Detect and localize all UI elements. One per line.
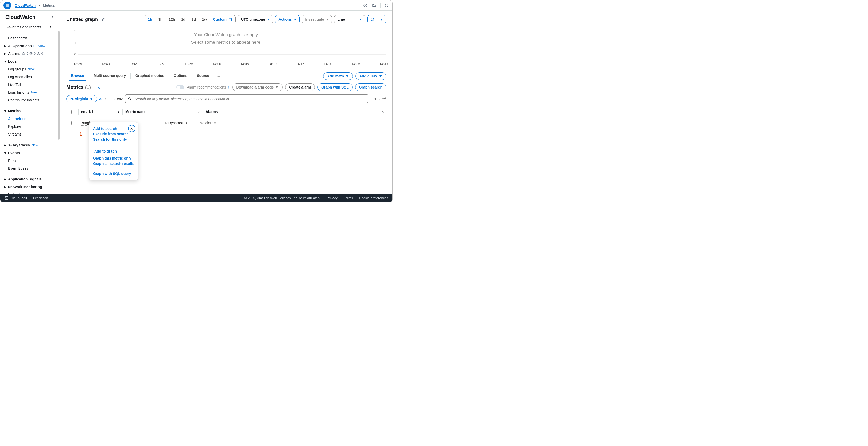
row-checkbox[interactable] [71,121,75,125]
info-icon[interactable] [363,3,368,8]
timerange-3h[interactable]: 3h [155,15,165,23]
metrics-title: Metrics (1) [66,84,91,90]
graph-with-sql-button[interactable]: Graph with SQL [317,83,352,91]
popover-graph-sql[interactable]: Graph with SQL query [93,171,134,176]
create-alarm-button[interactable]: Create alarm [285,83,315,91]
refresh-dropdown[interactable]: ▼ [377,15,386,23]
caret-down-icon: ▾ [4,151,8,155]
sidebar-item-xray[interactable]: ▸ X-Ray traces New [0,141,60,149]
filter-crumb-all[interactable]: All [99,97,103,101]
sidebar-item-streams[interactable]: Streams [0,130,60,138]
sidebar-item-explorer[interactable]: Explorer [0,123,60,130]
filter-icon[interactable]: ▽ [197,110,200,113]
alarm-rec-toggle[interactable] [177,85,184,89]
edit-icon[interactable] [101,17,106,22]
sidebar-item-metrics[interactable]: ▾ Metrics [0,107,60,115]
sidebar-item-network-monitoring[interactable]: ▸ Network Monitoring [0,183,60,191]
cloudshell-button[interactable]: CloudShell [4,196,27,200]
folder-icon[interactable] [371,3,377,8]
xtick: 14:10 [268,62,277,66]
popover-graph-this[interactable]: Graph this metric only [93,156,134,161]
new-badge: New [32,143,38,147]
info-link[interactable]: Info [95,85,100,89]
footer-cookie[interactable]: Cookie preferences [359,196,388,200]
hamburger-menu[interactable] [3,2,11,9]
alarms-value: No alarms [200,121,216,125]
timezone-select[interactable]: UTC timezone▼ [238,15,273,24]
timerange-3d[interactable]: 3d [189,15,199,23]
footer-privacy[interactable]: Privacy [327,196,338,200]
collapse-sidebar-icon[interactable] [51,15,55,20]
sidebar-item-ai-operations[interactable]: ▸ AI Operations Preview [0,42,60,50]
sidebar-item-logs-insights[interactable]: Logs InsightsNew [0,89,60,96]
breadcrumb-root[interactable]: CloudWatch [15,3,36,8]
th-menu[interactable]: ▽ [377,110,385,114]
sidebar-item-insights[interactable]: ▸ Insights [0,191,60,194]
footer-terms[interactable]: Terms [344,196,353,200]
popover-add-to-graph[interactable]: Add to graph [93,148,118,155]
sidebar-scrollbar[interactable] [58,10,60,183]
sidebar-item-all-metrics[interactable]: All metrics [0,115,60,123]
tab-graphed[interactable]: Graphed metrics [131,71,169,81]
sidebar-item-logs[interactable]: ▾ Logs [0,58,60,65]
drag-handle-icon[interactable]: ═ [218,74,220,78]
sidebar-item-application-signals[interactable]: ▸ Application Signals [0,175,60,183]
charttype-select[interactable]: Line▼ [334,15,365,24]
popover-exclude[interactable]: Exclude from search [93,132,134,136]
caret-down-icon: ▼ [90,97,93,101]
sidebar-item-contributor-insights[interactable]: Contributor Insights [0,96,60,104]
calendar-icon [228,17,232,22]
metric-name-link[interactable]: tToDynamoDB [163,121,187,125]
add-math-button[interactable]: Add math▼ [323,72,352,80]
sidebar-item-live-tail[interactable]: Live Tail [0,81,60,89]
region-select[interactable]: N. Virginia▼ [66,95,97,102]
caret-right-icon: ▸ [4,143,8,147]
add-query-button[interactable]: Add query▼ [355,72,386,80]
graph-search-button[interactable]: Graph search [355,83,386,91]
search-box[interactable] [125,94,368,103]
refresh-button[interactable] [368,15,377,23]
page-next[interactable]: › [379,97,380,101]
popover-search-only[interactable]: Search for this only [93,137,134,142]
pager: ‹ 1 › [370,97,380,101]
timerange-custom[interactable]: Custom [210,15,235,23]
tab-options[interactable]: Options [169,71,192,81]
th-alarms[interactable]: Alarms [206,110,377,114]
settings-icon[interactable] [382,97,386,101]
tab-source[interactable]: Source [192,71,214,81]
popover-graph-all[interactable]: Graph all search results [93,161,134,166]
select-all-checkbox[interactable] [71,110,75,114]
sidebar-item-alarms[interactable]: ▸ Alarms 0 0 0 [0,50,60,58]
tab-browse[interactable]: Browse [66,71,89,81]
refresh-icon [370,17,374,22]
filter-crumb-ellipsis[interactable]: ... [108,97,112,101]
gridline [78,55,386,55]
sidebar-item-event-buses[interactable]: Event Buses [0,164,60,172]
feedback-link[interactable]: Feedback [33,196,48,200]
search-input[interactable] [134,97,365,101]
timerange-1w[interactable]: 1w [199,15,210,23]
actions-button[interactable]: Actions▼ [275,15,300,24]
svg-point-1 [30,53,32,55]
timerange-1d[interactable]: 1d [178,15,188,23]
sync-icon[interactable] [384,3,389,8]
tab-multi-source[interactable]: Multi source query [89,71,130,81]
sidebar-item-rules[interactable]: Rules [0,157,60,164]
sidebar-favorites[interactable]: Favorites and recents [0,23,60,32]
sidebar-item-log-anomalies[interactable]: Log Anomalies [0,73,60,81]
popover-close-button[interactable] [128,125,135,132]
investigate-button[interactable]: Investigate▼ [302,15,332,24]
sidebar-item-log-groups[interactable]: Log groupsNew [0,65,60,73]
sidebar-item-dashboards[interactable]: Dashboards [0,34,60,42]
th-env[interactable]: env 1/1 ▲ [81,110,122,114]
tabs-row: Browse Multi source query Graphed metric… [66,71,386,81]
preview-badge: Preview [33,44,45,48]
timerange-12h[interactable]: 12h [165,15,178,23]
timerange-1h[interactable]: 1h [145,15,155,23]
refresh-split-button: ▼ [367,15,386,24]
th-metric[interactable]: Metric name ▽ [125,110,203,114]
download-alarm-code-button[interactable]: Download alarm code▼ [232,83,283,91]
sidebar-item-events[interactable]: ▾ Events [0,149,60,157]
page-prev[interactable]: ‹ [370,97,372,101]
close-icon [130,127,134,131]
